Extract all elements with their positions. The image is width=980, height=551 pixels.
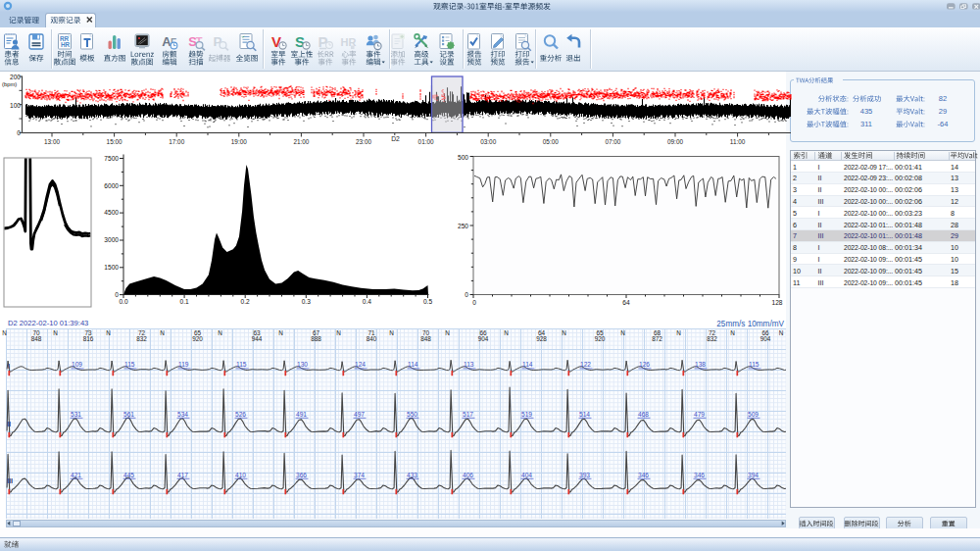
svg-text:119: 119 [178, 361, 189, 368]
svg-text:122: 122 [580, 361, 591, 368]
svg-text:888: 888 [311, 335, 321, 342]
svg-text:0.4: 0.4 [363, 298, 371, 305]
svg-text:124: 124 [355, 361, 366, 368]
svg-text:1: 1 [793, 163, 797, 172]
svg-text:N: N [218, 329, 222, 336]
svg-text:25mm/s 10mm/mV: 25mm/s 10mm/mV [716, 320, 784, 328]
svg-text:526: 526 [235, 411, 246, 418]
svg-text:114: 114 [408, 361, 418, 368]
svg-text:848: 848 [420, 335, 431, 342]
svg-text:8: 8 [951, 209, 955, 218]
svg-text:848: 848 [31, 335, 42, 342]
svg-text:200: 200 [10, 74, 21, 80]
svg-text:126: 126 [639, 361, 650, 368]
svg-text:I: I [8, 362, 10, 371]
svg-text:115: 115 [749, 361, 760, 368]
svg-text:816: 816 [83, 335, 94, 342]
svg-text:0: 0 [472, 299, 476, 306]
svg-text:64: 64 [622, 299, 630, 306]
svg-text:904: 904 [478, 335, 489, 342]
svg-text:D2: D2 [391, 135, 400, 142]
svg-text:433: 433 [407, 472, 417, 478]
svg-text:0.5: 0.5 [423, 298, 432, 305]
svg-text:11: 11 [793, 278, 800, 287]
svg-text:109: 109 [72, 361, 82, 368]
svg-text:17:00: 17:00 [169, 138, 184, 145]
svg-text:III: III [818, 197, 824, 206]
svg-text:III: III [818, 278, 824, 287]
svg-text:0.3: 0.3 [302, 298, 311, 305]
svg-text:N: N [106, 329, 111, 336]
svg-text:394: 394 [748, 472, 759, 478]
svg-text:138: 138 [695, 361, 706, 368]
svg-text:I: I [818, 243, 820, 252]
svg-text:2022-02-10 08:...: 2022-02-10 08:... [844, 244, 893, 251]
svg-text:00:01:34: 00:01:34 [895, 243, 922, 252]
svg-text:1500: 1500 [104, 264, 119, 271]
svg-text:N: N [562, 329, 566, 336]
svg-text:00:02:06: 00:02:06 [895, 197, 922, 206]
svg-text:115: 115 [124, 361, 135, 368]
svg-text:311: 311 [860, 120, 872, 128]
svg-text:I: I [818, 163, 820, 172]
svg-text:II: II [818, 174, 822, 182]
svg-text:00:01:45: 00:01:45 [895, 267, 922, 276]
svg-text:500: 500 [458, 154, 468, 161]
svg-text:N: N [2, 329, 7, 336]
svg-text:6000: 6000 [104, 182, 119, 189]
svg-text:920: 920 [595, 335, 606, 342]
svg-text:N: N [278, 329, 283, 336]
svg-text:II: II [818, 267, 822, 276]
svg-text:III: III [818, 231, 824, 240]
svg-text:928: 928 [536, 335, 547, 342]
svg-text:N: N [53, 329, 58, 336]
svg-text:II: II [818, 221, 822, 229]
svg-text:534: 534 [177, 411, 188, 418]
svg-text:(bpm): (bpm) [2, 81, 17, 87]
svg-text:346: 346 [638, 472, 649, 478]
svg-text:531: 531 [71, 411, 81, 418]
svg-text:N: N [160, 329, 165, 336]
svg-text:I: I [818, 209, 820, 218]
svg-text:N: N [336, 329, 341, 336]
svg-text:5: 5 [793, 209, 797, 218]
svg-text:05:00: 05:00 [543, 138, 559, 145]
svg-text:0.1: 0.1 [180, 298, 189, 305]
svg-text:00:01:45: 00:01:45 [895, 255, 922, 264]
svg-text:904: 904 [760, 335, 771, 342]
svg-text:N: N [676, 329, 681, 336]
svg-text:417: 417 [177, 472, 188, 478]
svg-text:19:00: 19:00 [231, 138, 247, 145]
svg-text:410: 410 [235, 472, 246, 478]
svg-text:7500: 7500 [104, 155, 119, 162]
svg-text:468: 468 [638, 411, 649, 418]
svg-text:15: 15 [951, 267, 958, 276]
svg-text:374: 374 [354, 472, 365, 478]
svg-text:115: 115 [236, 361, 247, 368]
svg-text:3000: 3000 [104, 236, 119, 243]
svg-text:10: 10 [951, 255, 958, 264]
svg-text:28: 28 [951, 221, 958, 229]
svg-text:N: N [389, 329, 394, 336]
svg-text:832: 832 [136, 335, 147, 342]
svg-text:82: 82 [939, 94, 947, 103]
svg-text:0.0: 0.0 [119, 298, 127, 305]
svg-text:944: 944 [252, 335, 263, 342]
svg-text:00:02:06: 00:02:06 [895, 185, 922, 194]
svg-text:445: 445 [123, 472, 134, 478]
svg-text:4: 4 [793, 197, 797, 206]
svg-text:29: 29 [951, 231, 958, 240]
svg-text:514: 514 [579, 411, 590, 418]
svg-text:920: 920 [192, 335, 203, 342]
svg-text:2022-02-10 09:...: 2022-02-10 09:... [844, 279, 893, 286]
svg-text:18: 18 [951, 278, 958, 287]
svg-text:346: 346 [694, 472, 705, 478]
svg-text:21:00: 21:00 [293, 138, 309, 145]
svg-text:01:00: 01:00 [418, 138, 434, 145]
svg-text:14: 14 [951, 163, 958, 172]
svg-text:0: 0 [17, 129, 21, 136]
svg-text:29: 29 [939, 107, 947, 116]
svg-text:II: II [7, 420, 11, 428]
svg-text:100: 100 [10, 102, 21, 109]
svg-text:13: 13 [951, 174, 958, 182]
